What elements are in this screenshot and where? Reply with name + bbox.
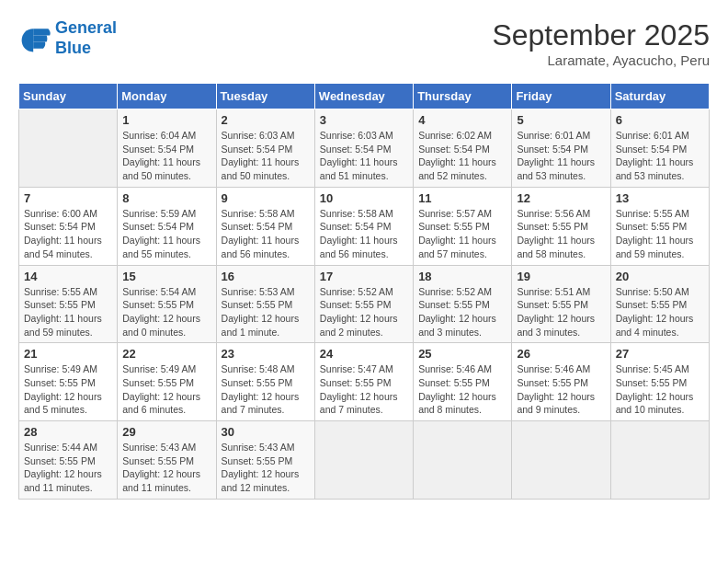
table-row: 13Sunrise: 5:55 AMSunset: 5:55 PMDayligh… bbox=[610, 187, 709, 265]
calendar-week-1: 1Sunrise: 6:04 AMSunset: 5:54 PMDaylight… bbox=[19, 109, 710, 188]
table-row: 2Sunrise: 6:03 AMSunset: 5:54 PMDaylight… bbox=[216, 109, 314, 188]
day-number: 5 bbox=[517, 113, 605, 127]
day-info: Sunrise: 5:58 AMSunset: 5:54 PMDaylight:… bbox=[222, 207, 310, 261]
table-row: 27Sunrise: 5:45 AMSunset: 5:55 PMDayligh… bbox=[610, 343, 709, 421]
day-info: Sunrise: 5:54 AMSunset: 5:55 PMDaylight:… bbox=[122, 285, 210, 339]
day-number: 17 bbox=[320, 270, 408, 283]
day-info: Sunrise: 5:43 AMSunset: 5:55 PMDaylight:… bbox=[122, 441, 210, 495]
calendar-week-5: 28Sunrise: 5:44 AMSunset: 5:55 PMDayligh… bbox=[19, 421, 710, 500]
weekday-header-monday: Monday bbox=[118, 84, 216, 109]
day-number: 8 bbox=[122, 191, 210, 205]
day-number: 28 bbox=[24, 425, 112, 439]
day-number: 24 bbox=[320, 347, 408, 361]
day-info: Sunrise: 5:47 AMSunset: 5:55 PMDaylight:… bbox=[320, 362, 408, 417]
day-number: 11 bbox=[418, 191, 506, 205]
page-header: GeneralBlue September 2025 Laramate, Aya… bbox=[18, 18, 710, 68]
day-number: 4 bbox=[418, 113, 506, 127]
table-row: 18Sunrise: 5:52 AMSunset: 5:55 PMDayligh… bbox=[414, 265, 512, 343]
table-row: 7Sunrise: 6:00 AMSunset: 5:54 PMDaylight… bbox=[19, 187, 118, 265]
logo-text: GeneralBlue bbox=[55, 18, 117, 58]
table-row: 10Sunrise: 5:58 AMSunset: 5:54 PMDayligh… bbox=[314, 187, 413, 265]
table-row: 30Sunrise: 5:43 AMSunset: 5:55 PMDayligh… bbox=[216, 421, 314, 500]
day-number: 23 bbox=[222, 347, 310, 361]
day-number: 21 bbox=[24, 347, 112, 361]
table-row bbox=[512, 421, 610, 500]
day-number: 13 bbox=[616, 191, 704, 205]
table-row: 28Sunrise: 5:44 AMSunset: 5:55 PMDayligh… bbox=[19, 421, 118, 500]
day-number: 22 bbox=[122, 347, 210, 361]
table-row bbox=[610, 421, 709, 500]
day-info: Sunrise: 6:00 AMSunset: 5:54 PMDaylight:… bbox=[24, 207, 112, 261]
day-number: 27 bbox=[616, 347, 704, 361]
table-row: 24Sunrise: 5:47 AMSunset: 5:55 PMDayligh… bbox=[314, 343, 413, 421]
day-info: Sunrise: 6:04 AMSunset: 5:54 PMDaylight:… bbox=[122, 129, 210, 183]
day-number: 10 bbox=[320, 191, 408, 205]
day-info: Sunrise: 5:49 AMSunset: 5:55 PMDaylight:… bbox=[24, 362, 112, 417]
day-info: Sunrise: 5:58 AMSunset: 5:54 PMDaylight:… bbox=[320, 207, 408, 261]
day-info: Sunrise: 5:46 AMSunset: 5:55 PMDaylight:… bbox=[418, 362, 506, 417]
day-number: 3 bbox=[320, 113, 408, 127]
day-number: 16 bbox=[222, 270, 310, 283]
table-row bbox=[19, 109, 118, 188]
calendar-week-3: 14Sunrise: 5:55 AMSunset: 5:55 PMDayligh… bbox=[19, 265, 710, 343]
table-row: 6Sunrise: 6:01 AMSunset: 5:54 PMDaylight… bbox=[610, 109, 709, 188]
day-info: Sunrise: 5:43 AMSunset: 5:55 PMDaylight:… bbox=[222, 441, 310, 495]
table-row: 3Sunrise: 6:03 AMSunset: 5:54 PMDaylight… bbox=[314, 109, 413, 188]
table-row: 25Sunrise: 5:46 AMSunset: 5:55 PMDayligh… bbox=[414, 343, 512, 421]
day-info: Sunrise: 6:03 AMSunset: 5:54 PMDaylight:… bbox=[222, 129, 310, 183]
table-row: 4Sunrise: 6:02 AMSunset: 5:54 PMDaylight… bbox=[414, 109, 512, 188]
day-number: 1 bbox=[122, 113, 210, 127]
day-number: 26 bbox=[517, 347, 605, 361]
day-number: 15 bbox=[122, 270, 210, 283]
day-info: Sunrise: 5:57 AMSunset: 5:55 PMDaylight:… bbox=[418, 207, 506, 261]
table-row: 19Sunrise: 5:51 AMSunset: 5:55 PMDayligh… bbox=[512, 265, 610, 343]
logo-icon bbox=[18, 22, 51, 55]
calendar-header-row: SundayMondayTuesdayWednesdayThursdayFrid… bbox=[19, 84, 710, 109]
logo: GeneralBlue bbox=[18, 18, 117, 58]
weekday-header-saturday: Saturday bbox=[610, 84, 709, 109]
day-number: 18 bbox=[418, 270, 506, 283]
day-info: Sunrise: 5:49 AMSunset: 5:55 PMDaylight:… bbox=[122, 362, 210, 417]
weekday-header-wednesday: Wednesday bbox=[314, 84, 413, 109]
day-info: Sunrise: 5:51 AMSunset: 5:55 PMDaylight:… bbox=[517, 285, 605, 339]
day-info: Sunrise: 6:02 AMSunset: 5:54 PMDaylight:… bbox=[418, 129, 506, 183]
day-number: 19 bbox=[517, 270, 605, 283]
table-row: 20Sunrise: 5:50 AMSunset: 5:55 PMDayligh… bbox=[610, 265, 709, 343]
table-row: 16Sunrise: 5:53 AMSunset: 5:55 PMDayligh… bbox=[216, 265, 314, 343]
day-info: Sunrise: 6:01 AMSunset: 5:54 PMDaylight:… bbox=[517, 129, 605, 183]
day-info: Sunrise: 5:46 AMSunset: 5:55 PMDaylight:… bbox=[517, 362, 605, 417]
table-row: 1Sunrise: 6:04 AMSunset: 5:54 PMDaylight… bbox=[118, 109, 216, 188]
weekday-header-sunday: Sunday bbox=[19, 84, 118, 109]
table-row: 14Sunrise: 5:55 AMSunset: 5:55 PMDayligh… bbox=[19, 265, 118, 343]
day-number: 9 bbox=[222, 191, 310, 205]
table-row: 17Sunrise: 5:52 AMSunset: 5:55 PMDayligh… bbox=[314, 265, 413, 343]
day-number: 12 bbox=[517, 191, 605, 205]
weekday-header-friday: Friday bbox=[512, 84, 610, 109]
table-row: 12Sunrise: 5:56 AMSunset: 5:55 PMDayligh… bbox=[512, 187, 610, 265]
day-info: Sunrise: 5:55 AMSunset: 5:55 PMDaylight:… bbox=[616, 207, 704, 261]
day-info: Sunrise: 5:59 AMSunset: 5:54 PMDaylight:… bbox=[122, 207, 210, 261]
table-row: 26Sunrise: 5:46 AMSunset: 5:55 PMDayligh… bbox=[512, 343, 610, 421]
table-row: 23Sunrise: 5:48 AMSunset: 5:55 PMDayligh… bbox=[216, 343, 314, 421]
table-row: 22Sunrise: 5:49 AMSunset: 5:55 PMDayligh… bbox=[118, 343, 216, 421]
table-row: 29Sunrise: 5:43 AMSunset: 5:55 PMDayligh… bbox=[118, 421, 216, 500]
day-number: 6 bbox=[616, 113, 704, 127]
calendar-week-4: 21Sunrise: 5:49 AMSunset: 5:55 PMDayligh… bbox=[19, 343, 710, 421]
table-row: 5Sunrise: 6:01 AMSunset: 5:54 PMDaylight… bbox=[512, 109, 610, 188]
table-row: 21Sunrise: 5:49 AMSunset: 5:55 PMDayligh… bbox=[19, 343, 118, 421]
table-row bbox=[414, 421, 512, 500]
table-row: 8Sunrise: 5:59 AMSunset: 5:54 PMDaylight… bbox=[118, 187, 216, 265]
title-block: September 2025 Laramate, Ayacucho, Peru bbox=[492, 18, 710, 68]
weekday-header-thursday: Thursday bbox=[414, 84, 512, 109]
day-number: 20 bbox=[616, 270, 704, 283]
day-info: Sunrise: 5:45 AMSunset: 5:55 PMDaylight:… bbox=[616, 362, 704, 417]
table-row: 11Sunrise: 5:57 AMSunset: 5:55 PMDayligh… bbox=[414, 187, 512, 265]
table-row: 9Sunrise: 5:58 AMSunset: 5:54 PMDaylight… bbox=[216, 187, 314, 265]
weekday-header-tuesday: Tuesday bbox=[216, 84, 314, 109]
day-number: 7 bbox=[24, 191, 112, 205]
day-number: 2 bbox=[222, 113, 310, 127]
day-info: Sunrise: 5:56 AMSunset: 5:55 PMDaylight:… bbox=[517, 207, 605, 261]
day-info: Sunrise: 5:50 AMSunset: 5:55 PMDaylight:… bbox=[616, 285, 704, 339]
month-title: September 2025 bbox=[492, 18, 710, 52]
day-info: Sunrise: 5:53 AMSunset: 5:55 PMDaylight:… bbox=[222, 285, 310, 339]
